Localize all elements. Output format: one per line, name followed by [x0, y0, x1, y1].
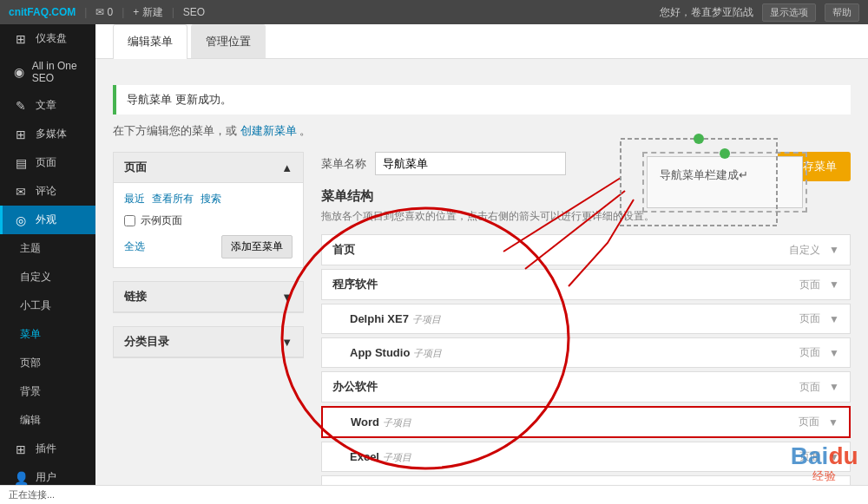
sidebar-item-themes[interactable]: 主题: [0, 234, 95, 263]
create-menu-link[interactable]: 创建新菜单: [240, 124, 297, 137]
admin-inner: 导航菜单 更新成功。 在下方编辑您的菜单，或 创建新菜单 。 页面 ▲: [95, 59, 868, 504]
link-panel-header[interactable]: 链接 ▼: [114, 282, 303, 312]
menu-name-label: 菜单名称: [321, 156, 366, 172]
notice-bar: 导航菜单 更新成功。: [113, 85, 851, 115]
site-logo[interactable]: cnitFAQ.COM: [9, 6, 76, 18]
sidebar: ⊞ 仪表盘 ◉ All in One SEO ✎ 文章 ⊞ 多媒体 ▤ 页面 ✉…: [0, 24, 95, 504]
pages-icon: ▤: [13, 156, 29, 170]
add-to-menu-button[interactable]: 添加至菜单: [221, 235, 293, 259]
tabs-bar: 编辑菜单 管理位置: [95, 24, 868, 59]
notification-count[interactable]: ✉ 0: [95, 6, 113, 18]
menu-item-office[interactable]: 办公软件 页面 ▼: [321, 371, 851, 403]
notice-text: 导航菜单 更新成功。: [127, 93, 232, 106]
category-panel-header[interactable]: 分类目录 ▼: [114, 327, 303, 357]
status-text: 正在连接...: [9, 489, 55, 500]
sidebar-item-appearance[interactable]: ◎ 外观: [0, 206, 95, 234]
menu-item-word[interactable]: Word 子项目 页面 ▼: [321, 406, 851, 438]
user-greeting: 您好，卷直梦亚陷战: [660, 5, 753, 20]
display-options-button[interactable]: 显示选项: [762, 3, 816, 22]
left-panel: 页面 ▲ 最近 查看所有 搜索 示例页面: [113, 152, 304, 504]
chevron-down-icon: ▼: [829, 381, 839, 393]
topbar-right: 您好，卷直梦亚陷战 显示选项 帮助: [660, 3, 859, 22]
panel-tabs: 最近 查看所有 搜索: [124, 192, 293, 206]
sidebar-item-plugins[interactable]: ⊞ 插件: [0, 435, 95, 463]
tooltip-container: 导航菜单栏建成↵: [642, 152, 807, 213]
chevron-down-icon: ▼: [829, 278, 839, 291]
menu-item-office-header[interactable]: 办公软件 页面 ▼: [322, 372, 850, 402]
tab-recent[interactable]: 最近: [124, 192, 145, 206]
chevron-down-icon: ▼: [828, 416, 838, 429]
menu-item-appstudio[interactable]: App Studio 子项目 页面 ▼: [321, 337, 851, 368]
menu-item-excel-header[interactable]: Excel 子项目 页面 ▼: [322, 442, 850, 471]
sidebar-item-dashboard[interactable]: ⊞ 仪表盘: [0, 24, 95, 53]
page-checkbox[interactable]: [124, 215, 135, 226]
sidebar-item-comments[interactable]: ✉ 评论: [0, 177, 95, 206]
panel-actions: 全选 添加至菜单: [124, 235, 293, 259]
status-bar: 正在连接...: [0, 485, 868, 504]
comments-icon: ✉: [13, 185, 29, 199]
chevron-down-icon: ▼: [829, 313, 839, 325]
sidebar-item-background[interactable]: 背景: [0, 377, 95, 406]
dashboard-icon: ⊞: [13, 32, 29, 46]
appearance-icon: ◎: [13, 213, 29, 227]
menu-item-home-header[interactable]: 首页 自定义 ▼: [322, 235, 850, 265]
posts-icon: ✎: [13, 99, 29, 113]
app-layout: ⊞ 仪表盘 ◉ All in One SEO ✎ 文章 ⊞ 多媒体 ▤ 页面 ✉…: [0, 24, 868, 504]
green-dot: [720, 148, 730, 159]
sidebar-item-posts[interactable]: ✎ 文章: [0, 91, 95, 120]
tab-search[interactable]: 搜索: [201, 192, 221, 206]
menu-item-dev-software[interactable]: 程序软件 页面 ▼: [321, 269, 851, 300]
main-content: 编辑菜单 管理位置 导航菜单 更新成功。 在下方编辑您的菜单，或 创建新菜单 。: [95, 24, 868, 504]
plugins-icon: ⊞: [13, 442, 29, 456]
sidebar-item-widgets[interactable]: 小工具: [0, 291, 95, 320]
tab-edit-menu[interactable]: 编辑菜单: [113, 24, 187, 59]
users-icon: 👤: [13, 471, 29, 485]
tab-view-all[interactable]: 查看所有: [152, 192, 194, 206]
chevron-down-icon: ▼: [829, 347, 839, 359]
sidebar-item-pages[interactable]: ▤ 页面: [0, 148, 95, 177]
sidebar-item-allinone-seo[interactable]: ◉ All in One SEO: [0, 53, 95, 91]
seo-link[interactable]: SEO: [183, 6, 205, 18]
pages-panel-body: 最近 查看所有 搜索 示例页面 全选 添加至菜单: [114, 183, 303, 267]
menu-item-dev-software-header[interactable]: 程序软件 页面 ▼: [322, 270, 850, 299]
page-description: 在下方编辑您的菜单，或 创建新菜单 。: [113, 123, 851, 139]
new-post-button[interactable]: + 新建: [133, 5, 162, 20]
menu-item-word-header[interactable]: Word 子项目 页面 ▼: [323, 408, 849, 436]
pages-panel-header[interactable]: 页面 ▲: [114, 153, 303, 183]
tab-manage-locations[interactable]: 管理位置: [191, 24, 266, 58]
help-button[interactable]: 帮助: [825, 3, 859, 22]
select-all-link[interactable]: 全选: [124, 239, 145, 254]
link-collapse-icon: ▼: [281, 291, 293, 304]
sidebar-item-editor[interactable]: 编辑: [0, 406, 95, 435]
menu-item-appstudio-header[interactable]: App Studio 子项目 页面 ▼: [322, 338, 850, 367]
menu-item-delphi-header[interactable]: Delphi XE7 子项目 页面 ▼: [322, 304, 850, 333]
sidebar-item-header[interactable]: 页部: [0, 349, 95, 377]
panel-collapse-icon: ▲: [281, 161, 293, 174]
sidebar-item-menus[interactable]: 菜单: [0, 320, 95, 349]
right-panel: 保存菜单 菜单名称 菜单结构 拖放各个项目到您喜欢的位置，点击右侧的箭头可以进行…: [321, 152, 851, 504]
page-item-sample[interactable]: 示例页面: [124, 213, 293, 228]
topbar: cnitFAQ.COM | ✉ 0 | + 新建 | SEO 您好，卷直梦亚陷战…: [0, 0, 868, 24]
seo-icon: ◉: [13, 65, 25, 79]
menu-name-input[interactable]: [375, 152, 566, 175]
menu-editor: 页面 ▲ 最近 查看所有 搜索 示例页面: [113, 152, 851, 504]
category-panel: 分类目录 ▼: [113, 326, 304, 358]
menu-item-home[interactable]: 首页 自定义 ▼: [321, 234, 851, 265]
pages-panel: 页面 ▲ 最近 查看所有 搜索 示例页面: [113, 152, 304, 268]
category-collapse-icon: ▼: [281, 336, 293, 349]
sidebar-item-media[interactable]: ⊞ 多媒体: [0, 120, 95, 148]
media-icon: ⊞: [13, 128, 29, 141]
sidebar-item-customize[interactable]: 自定义: [0, 263, 95, 291]
tooltip-bubble: 导航菜单栏建成↵: [647, 156, 803, 208]
menu-item-delphi[interactable]: Delphi XE7 子项目 页面 ▼: [321, 304, 851, 334]
menu-item-excel[interactable]: Excel 子项目 页面 ▼: [321, 442, 851, 472]
comment-icon: ✉: [95, 6, 104, 18]
chevron-down-icon: ▼: [829, 244, 839, 256]
link-panel: 链接 ▼: [113, 281, 304, 313]
